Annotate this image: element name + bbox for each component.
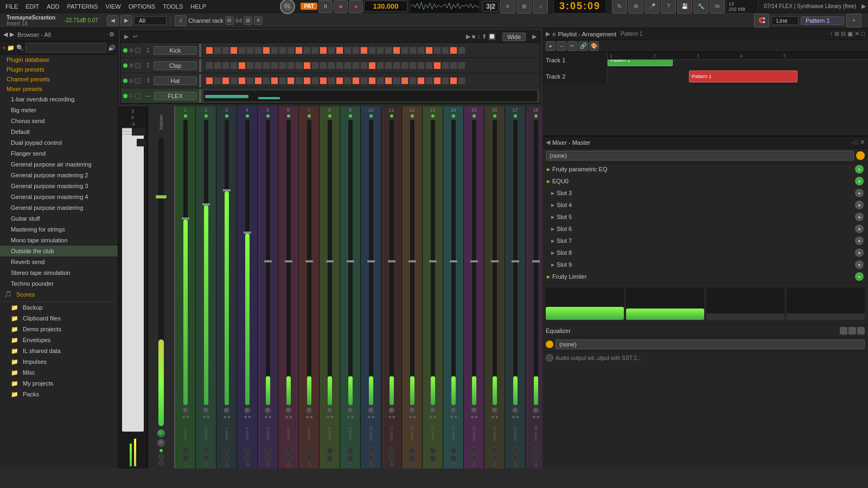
ch-arrow-r-7[interactable]: ▶ (310, 415, 313, 419)
pattern2-block[interactable]: Pattern 1 (689, 70, 797, 82)
ch-select-hat[interactable] (135, 78, 141, 84)
ch-knob-4[interactable] (244, 407, 251, 414)
new-folder-icon[interactable]: 📁 (7, 44, 15, 52)
ch-active-clap[interactable] (123, 63, 127, 68)
slot-7[interactable]: ▶ Slot 7 ● (542, 235, 868, 247)
ch-arrow-l-11[interactable]: ◀ (388, 415, 391, 419)
sidebar-item-techno[interactable]: Techno pounder (0, 278, 118, 289)
sidebar-item-flanger[interactable]: Flanger send (0, 148, 118, 159)
panel-dropdown[interactable]: (none) (546, 151, 854, 160)
ch-send-12[interactable] (409, 447, 416, 454)
ch-send-9[interactable] (347, 447, 354, 454)
sidebar-nav-right[interactable]: ▶ (10, 31, 14, 38)
ch-send2-5[interactable] (265, 455, 271, 461)
panel-max[interactable]: □ (854, 139, 858, 146)
ch-knob-7[interactable] (306, 407, 312, 414)
track-2-label[interactable]: Track 2 (542, 68, 608, 84)
pattern-dropdown[interactable]: Pattern 1 (801, 16, 844, 25)
ch-level-16[interactable] (493, 120, 497, 405)
pl-ctrl3[interactable]: ⊟ (841, 30, 846, 37)
ch-active-15[interactable] (473, 114, 476, 118)
sidebar-item-1bar[interactable]: 1-bar overdub recording (0, 94, 118, 105)
panel-expand-btn[interactable]: ◀ (546, 139, 550, 146)
ch-level-11[interactable] (390, 120, 394, 405)
snap-dropdown[interactable]: Line (771, 16, 799, 25)
pause-button[interactable]: ⏸ (318, 0, 333, 13)
pl-tool3[interactable]: ✂ (567, 41, 577, 51)
ch-arrow-r-9[interactable]: ▶ (352, 415, 354, 419)
ch-level-14[interactable] (451, 120, 456, 405)
search-input-field[interactable] (25, 43, 106, 53)
ch-send-7[interactable] (306, 447, 312, 454)
master-fader-thumb[interactable] (156, 195, 167, 198)
nav-fwd-btn[interactable]: ▶ (120, 15, 132, 26)
ch-level-1[interactable] (183, 120, 188, 405)
level-slider-4[interactable] (787, 287, 865, 320)
slot-active-btn-9[interactable]: ● (855, 272, 864, 281)
fader-9[interactable] (347, 260, 354, 262)
sidebar-item-airmaster[interactable]: General purpose air mastering (0, 159, 118, 170)
rack-expand-btn[interactable]: ▶ (124, 33, 129, 40)
fader-12[interactable] (409, 260, 416, 262)
ch-arrow-l-15[interactable]: ◀ (470, 415, 473, 419)
sidebar-item-bigmeter[interactable]: Big meter (0, 105, 118, 115)
ch-arrow-r-12[interactable]: ▶ (413, 415, 416, 419)
folder-clipboard[interactable]: 📁 Clipboard files (0, 313, 118, 324)
fader-8[interactable] (326, 260, 334, 262)
eq-btn-3[interactable] (857, 327, 865, 335)
ch-active-hat[interactable] (123, 79, 127, 83)
ch-knob-2[interactable] (203, 407, 209, 414)
sidebar-item-chorus[interactable]: Chorus send (0, 115, 118, 126)
mixer-icon-btn[interactable]: ≡ (500, 0, 515, 14)
ch-arrow-l-8[interactable]: ◀ (326, 415, 329, 419)
ch-active-18[interactable] (534, 114, 538, 118)
folder-demo[interactable]: 📁 Demo projects (0, 324, 118, 335)
fader-11[interactable] (388, 260, 395, 262)
fader-2[interactable] (202, 203, 210, 206)
tempo-display[interactable]: 130.000 (364, 1, 407, 12)
ch-level-18[interactable] (534, 120, 538, 405)
ch-drag-hat[interactable] (199, 74, 201, 87)
fader-10[interactable] (367, 260, 375, 262)
ch-arrow-l-3[interactable]: ◀ (223, 415, 226, 419)
ch-send2-16[interactable] (492, 455, 498, 461)
ch-send-5[interactable] (265, 447, 271, 454)
master-fader[interactable] (158, 138, 164, 426)
ch-send-8[interactable] (327, 447, 333, 454)
sidebar-item-gpm2[interactable]: General purpose mastering 2 (0, 170, 118, 181)
panel-active-btn[interactable] (856, 151, 865, 160)
playlist-expand-btn[interactable]: ▶ (546, 30, 550, 37)
ch-knob-1[interactable] (182, 407, 189, 414)
pl-tool4[interactable]: 🔗 (578, 41, 588, 51)
ch-active-14[interactable] (452, 114, 455, 118)
ch-arrow-l-6[interactable]: ◀ (285, 415, 288, 419)
rack-undo-btn[interactable]: ↩ (133, 33, 138, 40)
slot-active-btn-5[interactable]: ● (855, 224, 864, 233)
ch-arrow-r-4[interactable]: ▶ (248, 415, 251, 419)
track-2-content[interactable]: Pattern 1 (608, 68, 868, 84)
ch-level-13[interactable] (431, 120, 435, 405)
ch-send-17[interactable] (512, 447, 519, 454)
ch-select-kick[interactable] (135, 48, 141, 53)
ch-level-3[interactable] (225, 120, 229, 405)
ch-arrow-l-14[interactable]: ◀ (450, 415, 452, 419)
ch-level-10[interactable] (369, 120, 373, 405)
ch-send2-3[interactable] (224, 455, 230, 461)
sidebar-item-mono-tape[interactable]: Mono tape simulation (0, 235, 118, 246)
rack-ctrl3[interactable]: ↕ (477, 33, 480, 40)
level-slider-2[interactable] (626, 287, 704, 320)
ch-send-18[interactable] (533, 447, 539, 454)
panel-close[interactable]: ✕ (860, 139, 865, 146)
sidebar-item-mastering-strings[interactable]: Mastering for strings (0, 224, 118, 235)
ch-name-flex[interactable]: FLEX (154, 92, 197, 100)
ch-level-7[interactable] (307, 120, 311, 405)
ch-knob-10[interactable] (368, 407, 374, 414)
pl-ctrl4[interactable]: ▣ (847, 30, 853, 37)
scores-header[interactable]: 🎵 Scores (0, 289, 118, 299)
ch-arrow-r-2[interactable]: ▶ (207, 415, 210, 419)
ch-active-13[interactable] (431, 114, 435, 118)
level-slider-1[interactable] (546, 287, 624, 320)
ch-arrow-l-17[interactable]: ◀ (512, 415, 514, 419)
ch-level-15[interactable] (472, 120, 476, 405)
ch-send-6[interactable] (285, 447, 292, 454)
